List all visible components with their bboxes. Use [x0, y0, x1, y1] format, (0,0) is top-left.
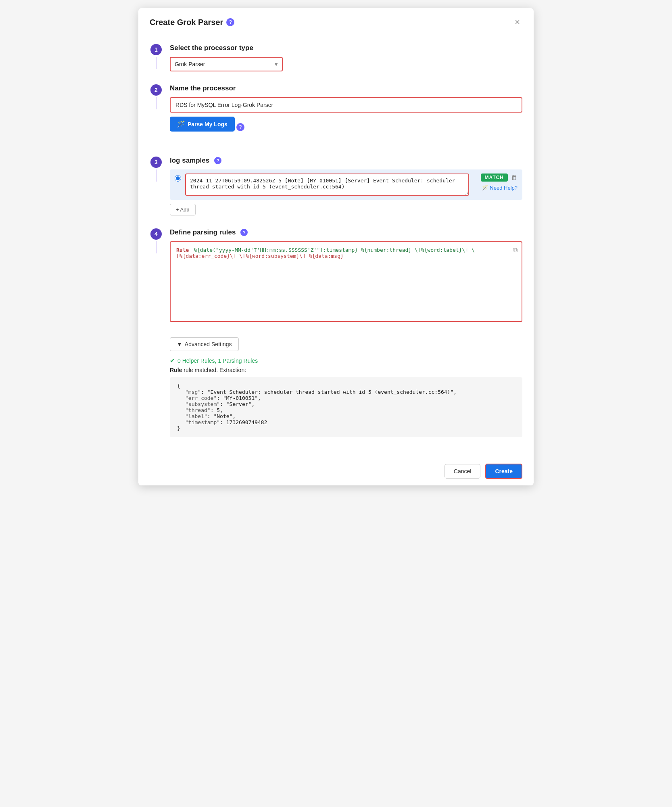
step-1-content: Select the processor type Grok ParserDat…	[170, 44, 522, 75]
rule-content-green: %{date("yyyy-MM-dd'T'HH:mm:ss.SSSSSS'Z'"…	[190, 247, 474, 253]
step-2-row: 2 Name the processor 🪄 Parse My Logs ?	[150, 75, 522, 148]
rule-keyword: Rule	[176, 247, 189, 253]
rule-content-red: [%{data:err_code}\] \[%{word:subsystem}\…	[176, 253, 344, 259]
step-4-circle: 4	[150, 228, 162, 240]
step-4-left: 4	[150, 228, 163, 253]
chevron-down-icon: ▼	[177, 341, 182, 347]
log-samples-section: 2024-11-27T06:59:09.482526Z 5 [Note] [MY…	[170, 169, 522, 215]
step-2-left: 2	[150, 84, 163, 109]
step-4-row: 4 Define parsing rules ? Rule %{date("yy…	[150, 220, 522, 326]
modal-body: 1 Select the processor type Grok ParserD…	[138, 35, 534, 453]
close-icon[interactable]: ×	[512, 17, 522, 27]
step-1-circle: 1	[150, 44, 162, 55]
processor-type-select[interactable]: Grok ParserDate RemapperCategory Process…	[170, 57, 283, 71]
step-3-title: log samples ?	[170, 157, 522, 165]
processor-type-wrapper: Grok ParserDate RemapperCategory Process…	[170, 57, 283, 71]
log-sample-row-1: 2024-11-27T06:59:09.482526Z 5 [Note] [MY…	[170, 169, 522, 200]
log-match-row: MATCH 🗑	[481, 174, 518, 182]
wand-small-icon: 🪄	[482, 185, 488, 191]
step-2-line	[156, 97, 157, 109]
extraction-line-label: "label": "Note",	[177, 413, 515, 419]
parse-btn-row: 🪄 Parse My Logs ?	[170, 117, 522, 137]
step-1-title: Select the processor type	[170, 44, 522, 52]
step-1-left: 1	[150, 44, 163, 69]
log-sample-textarea-1[interactable]: 2024-11-27T06:59:09.482526Z 5 [Note] [MY…	[185, 174, 469, 196]
step-4-line	[156, 241, 157, 253]
extraction-line-subsystem: "subsystem": "Server",	[177, 401, 515, 407]
modal-help-icon[interactable]: ?	[226, 18, 234, 26]
log-sample-actions-1: MATCH 🗑 🪄 Need Help?	[473, 174, 518, 191]
modal-footer: Cancel Create	[138, 457, 534, 485]
parse-my-logs-label: Parse My Logs	[188, 121, 227, 128]
step-4-title: Define parsing rules ?	[170, 228, 522, 236]
copy-icon[interactable]: ⧉	[513, 246, 518, 254]
extraction-line-timestamp: "timestamp": 1732690749482	[177, 419, 515, 425]
extraction-box: { "msg": "Event Scheduler: scheduler thr…	[170, 377, 522, 437]
step-2-circle: 2	[150, 84, 162, 96]
step-2-title: Name the processor	[170, 84, 522, 92]
step-3-line	[156, 169, 157, 182]
step-3-indicator: 3	[150, 157, 162, 182]
parse-help-icon[interactable]: ?	[236, 123, 244, 131]
step-4-indicator: 4	[150, 228, 162, 253]
extraction-line-msg: "msg": "Event Scheduler: scheduler threa…	[177, 389, 515, 395]
step-2-indicator: 2	[150, 84, 162, 109]
advanced-settings-button[interactable]: ▼ Advanced Settings	[170, 337, 239, 351]
rule-line-1: Rule %{date("yyyy-MM-dd'T'HH:mm:ss.SSSSS…	[176, 247, 516, 253]
step-1-row: 1 Select the processor type Grok ParserD…	[150, 35, 522, 75]
need-help-link[interactable]: 🪄 Need Help?	[482, 185, 518, 191]
log-samples-help-icon[interactable]: ?	[214, 157, 221, 164]
add-log-sample-button[interactable]: + Add	[170, 204, 196, 215]
extraction-line-err_code: "err_code": "MY-010051",	[177, 395, 515, 401]
parse-my-logs-button[interactable]: 🪄 Parse My Logs	[170, 117, 235, 132]
rule-check-status: ✔ 0 Helper Rules, 1 Parsing Rules	[170, 357, 522, 364]
check-icon: ✔	[170, 357, 175, 364]
step-4-content: Define parsing rules ? Rule %{date("yyyy…	[170, 228, 522, 326]
parsing-rules-help-icon[interactable]: ?	[240, 229, 248, 236]
step-1-indicator: 1	[150, 44, 162, 69]
delete-icon[interactable]: 🗑	[511, 174, 518, 181]
step-3-left: 3	[150, 157, 163, 182]
rule-match-label: Rule rule matched. Extraction:	[170, 367, 522, 373]
advanced-settings-label: Advanced Settings	[185, 341, 232, 347]
step-2-content: Name the processor 🪄 Parse My Logs ?	[170, 84, 522, 142]
extraction-brace-open: {	[177, 383, 515, 389]
modal-title: Create Grok Parser ?	[150, 18, 234, 27]
step-1-line	[156, 57, 157, 69]
wand-icon: 🪄	[177, 120, 185, 128]
match-badge: MATCH	[481, 174, 508, 182]
processor-name-input[interactable]	[170, 97, 522, 113]
step-3-row: 3 log samples ? 2024-11-27T06:59:09.4825…	[150, 148, 522, 220]
extraction-brace-close: }	[177, 425, 515, 431]
step-3-circle: 3	[150, 157, 162, 168]
step-3-content: log samples ? 2024-11-27T06:59:09.482526…	[170, 157, 522, 220]
create-button[interactable]: Create	[485, 464, 522, 479]
advanced-section: ▼ Advanced Settings ✔ 0 Helper Rules, 1 …	[150, 330, 522, 437]
log-sample-radio-1[interactable]	[175, 175, 181, 182]
extraction-line-thread: "thread": 5,	[177, 407, 515, 413]
rule-match-desc: rule matched. Extraction:	[184, 367, 246, 373]
create-grok-parser-modal: Create Grok Parser ? × 1 Select the proc…	[138, 8, 534, 485]
rule-line-2: [%{data:err_code}\] \[%{word:subsystem}\…	[176, 253, 516, 259]
modal-title-text: Create Grok Parser	[150, 18, 223, 27]
cancel-button[interactable]: Cancel	[445, 464, 481, 479]
rule-editor[interactable]: Rule %{date("yyyy-MM-dd'T'HH:mm:ss.SSSSS…	[170, 241, 522, 322]
rule-match-kw: Rule	[170, 367, 182, 373]
modal-header: Create Grok Parser ? ×	[138, 8, 534, 35]
